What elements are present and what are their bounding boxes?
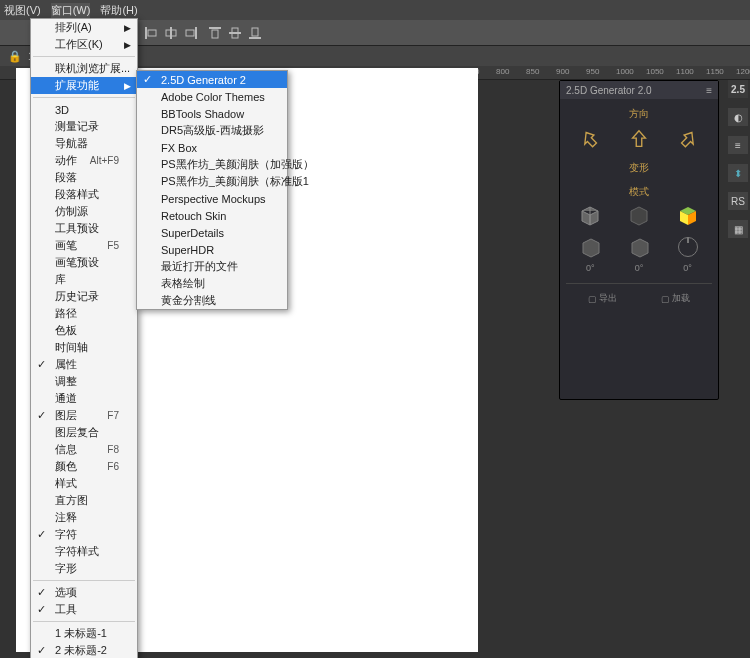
generator-tab-icon[interactable]: 2.5 [728,80,748,98]
menu-help[interactable]: 帮助(H) [100,3,137,18]
menu-item[interactable]: 字形 [31,560,137,577]
menu-item[interactable]: 动作Alt+F9 [31,152,137,169]
rs-tab-icon[interactable]: RS [728,192,748,210]
menu-item[interactable]: 信息F8 [31,441,137,458]
menu-item[interactable]: Adobe Color Themes [137,88,287,105]
right-dock: 2.5 ◐ ≡ ⬍ RS ▦ [726,70,750,238]
menu-item[interactable]: 通道 [31,390,137,407]
menu-item[interactable]: FX Box [137,139,287,156]
menu-item[interactable]: ✓属性 [31,356,137,373]
rotate-dial-icon[interactable] [678,237,698,257]
svg-rect-1 [148,30,156,36]
panel-title: 2.5D Generator 2.0 [566,85,652,96]
svg-rect-7 [212,30,218,38]
menubar: 视图(V) 窗口(W) 帮助(H) [0,0,750,20]
section-transform: 变形 [566,161,712,175]
cube-dark-icon[interactable] [628,205,650,227]
menu-item[interactable]: 仿制源 [31,203,137,220]
info-tab-icon[interactable]: ⬍ [728,164,748,182]
menu-item[interactable]: 画笔预设 [31,254,137,271]
svg-rect-11 [252,28,258,36]
menu-item[interactable]: 黄金分割线 [137,292,287,309]
menu-item[interactable]: Perspective Mockups [137,190,287,207]
menu-item[interactable]: Retouch Skin [137,207,287,224]
menu-item[interactable]: 表格绘制 [137,275,287,292]
menu-item[interactable]: PS黑作坊_美颜润肤（加强版） [137,156,287,173]
menu-item[interactable]: 工具预设 [31,220,137,237]
menu-item[interactable]: 导航器 [31,135,137,152]
menu-item[interactable]: ✓工具 [31,601,137,618]
menu-item[interactable]: 3D [31,101,137,118]
menu-item[interactable]: 直方图 [31,492,137,509]
svg-rect-6 [209,27,221,29]
align-hcenter-icon[interactable] [164,26,178,40]
extensions-submenu: ✓2.5D Generator 2Adobe Color ThemesBBToo… [136,70,288,310]
menu-item[interactable]: BBTools Shadow [137,105,287,122]
menu-item[interactable]: ✓字符 [31,526,137,543]
menu-item[interactable]: 工作区(K)▶ [31,36,137,53]
align-top-icon[interactable] [208,26,222,40]
menu-item[interactable]: 联机浏览扩展... [31,60,137,77]
panel-menu-icon[interactable]: ≡ [706,85,712,96]
menu-window[interactable]: 窗口(W) [51,3,91,18]
menu-item[interactable]: PS黑作坊_美颜润肤（标准版1 [137,173,287,190]
menu-item[interactable]: 路径 [31,305,137,322]
arrow-up-icon[interactable] [627,127,651,151]
menu-item[interactable]: ✓图层F7 [31,407,137,424]
menu-item[interactable]: 注释 [31,509,137,526]
angle-2: 0° [635,263,644,273]
svg-rect-5 [186,30,194,36]
lock-icon: 🔒 [8,50,22,63]
menu-item[interactable]: 样式 [31,475,137,492]
svg-rect-4 [195,27,197,39]
menu-item[interactable]: SuperHDR [137,241,287,258]
arrow-right-icon[interactable] [676,127,700,151]
cube-color-icon[interactable] [677,205,699,227]
svg-rect-0 [145,27,147,39]
menu-item[interactable]: 扩展功能▶ [31,77,137,94]
align-right-icon[interactable] [184,26,198,40]
menu-item[interactable]: 字符样式 [31,543,137,560]
load-button[interactable]: ▢ 加载 [661,292,690,305]
menu-item[interactable]: SuperDetails [137,224,287,241]
menu-item[interactable]: 画笔F5 [31,237,137,254]
menu-item[interactable]: 排列(A)▶ [31,19,137,36]
menu-item[interactable]: 库 [31,271,137,288]
cube-grey-icon[interactable] [579,205,601,227]
angle-3: 0° [683,263,692,273]
cube-opt1-icon[interactable] [580,237,602,259]
menu-item[interactable]: DR5高级版-西城摄影 [137,122,287,139]
angle-1: 0° [586,263,595,273]
menu-item[interactable]: 1 未标题-1 [31,625,137,642]
menu-item[interactable]: ✓选项 [31,584,137,601]
export-button[interactable]: ▢ 导出 [588,292,617,305]
window-menu: 排列(A)▶工作区(K)▶联机浏览扩展...扩展功能▶3D测量记录导航器动作Al… [30,18,138,658]
menu-item[interactable]: 段落样式 [31,186,137,203]
menu-view[interactable]: 视图(V) [4,3,41,18]
menu-item[interactable]: 段落 [31,169,137,186]
menu-item[interactable]: 历史记录 [31,288,137,305]
cube-opt2-icon[interactable] [629,237,651,259]
menu-item[interactable]: ✓2.5D Generator 2 [137,71,287,88]
menu-item[interactable]: 测量记录 [31,118,137,135]
grid-tab-icon[interactable]: ▦ [728,220,748,238]
svg-rect-2 [170,27,172,39]
menu-item[interactable]: ✓2 未标题-2 [31,642,137,658]
section-mode: 模式 [566,185,712,199]
menu-item[interactable]: 时间轴 [31,339,137,356]
svg-rect-8 [229,32,241,34]
menu-item[interactable]: 颜色F6 [31,458,137,475]
menu-item[interactable]: 最近打开的文件 [137,258,287,275]
align-vcenter-icon[interactable] [228,26,242,40]
menu-item[interactable]: 图层复合 [31,424,137,441]
section-direction: 方向 [566,107,712,121]
menu-item[interactable]: 调整 [31,373,137,390]
align-bottom-icon[interactable] [248,26,262,40]
menu-item[interactable]: 色板 [31,322,137,339]
generator-panel: 2.5D Generator 2.0 ≡ 方向 变形 模式 [559,80,719,400]
color-tab-icon[interactable]: ◐ [728,108,748,126]
svg-rect-10 [249,37,261,39]
align-left-icon[interactable] [144,26,158,40]
arrow-left-icon[interactable] [578,127,602,151]
adjust-tab-icon[interactable]: ≡ [728,136,748,154]
